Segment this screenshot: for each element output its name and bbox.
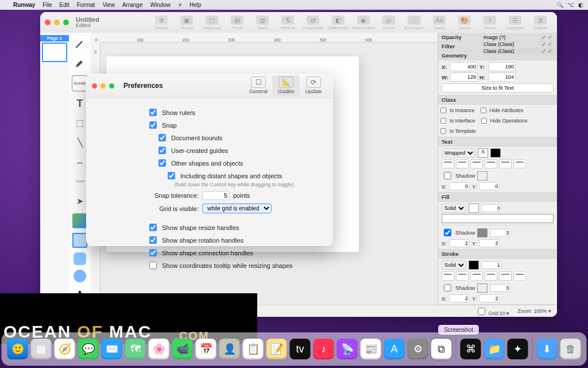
stroke-shadow-x[interactable] [449, 294, 470, 302]
brush-tool-icon[interactable] [72, 56, 87, 71]
prefs-close-icon[interactable] [92, 83, 97, 89]
toolbar-colors[interactable]: 🎨Colors [452, 14, 477, 30]
ellipse-tool-icon[interactable] [74, 270, 86, 282]
page-thumbnail[interactable] [42, 43, 67, 62]
chk-connection-handles[interactable] [149, 249, 157, 256]
image-tool-icon[interactable] [72, 213, 87, 228]
safari-icon[interactable]: 🧭 [55, 339, 75, 359]
contacts-icon[interactable]: 👤 [219, 339, 240, 359]
align-btn[interactable] [470, 159, 483, 168]
chk-coords-tooltip[interactable] [149, 262, 157, 269]
stroke-shadow-y[interactable] [479, 294, 500, 302]
calendar-icon[interactable]: 📅 [196, 339, 216, 359]
window-traffic-lights[interactable] [45, 20, 69, 25]
launchpad-icon[interactable]: ▦ [31, 339, 52, 359]
search-icon[interactable]: 🔍 [556, 2, 563, 8]
close-icon[interactable] [45, 20, 51, 25]
menu-edit[interactable]: Edit [59, 2, 69, 8]
toolbar-difference[interactable]: ◧Difference [326, 14, 350, 30]
chk-user-guides[interactable] [158, 147, 166, 154]
text-shadow-y[interactable] [479, 182, 500, 190]
align-btn[interactable] [442, 159, 454, 168]
chk-rotation-handles[interactable] [149, 236, 157, 244]
toolbar-union[interactable]: ◎Union [377, 14, 401, 30]
prefs-tab-guides[interactable]: 📐Guides [272, 75, 300, 96]
prefs-tab-update[interactable]: ⟳Update [300, 75, 327, 96]
chk-hide-operations[interactable] [481, 118, 487, 124]
siri-icon[interactable]: ◐ [578, 2, 583, 8]
reminders-icon[interactable]: 📋 [243, 339, 264, 359]
messages-icon[interactable]: 💬 [78, 339, 99, 359]
toolbar-group[interactable]: ▣Group [175, 14, 199, 30]
align-btn[interactable] [513, 159, 526, 168]
menu-format[interactable]: Format [77, 2, 95, 8]
chk-hide-attributes[interactable] [481, 108, 486, 113]
chk-show-rulers[interactable] [149, 109, 157, 116]
toolbar-share[interactable]: ⇪Share [478, 14, 502, 30]
pointer-tool-icon[interactable]: ➤ [72, 194, 87, 209]
downloads-icon[interactable]: ⬇ [537, 339, 558, 359]
photos-icon[interactable]: 🌸 [149, 339, 169, 359]
fill-shadow-x[interactable] [449, 239, 470, 247]
arrow-tool-icon[interactable]: ↔ [72, 155, 87, 170]
grid-visible-select[interactable]: while grid is enabled [202, 204, 272, 213]
zoom-icon[interactable] [63, 20, 69, 25]
chk-stroke-shadow[interactable] [444, 284, 451, 292]
page-label[interactable]: Page 1 [40, 35, 69, 41]
mail-icon[interactable]: ✉️ [102, 339, 122, 359]
layer-row[interactable]: Image (?)⤢✓ [481, 34, 555, 41]
chk-is-interface[interactable] [440, 118, 446, 124]
size-to-fit-button[interactable]: Size to fit Text [442, 83, 554, 93]
layer-row[interactable]: Class (Class)⤢✓ [481, 48, 555, 55]
minimize-icon[interactable] [54, 20, 60, 25]
chk-snap[interactable] [149, 121, 157, 129]
stroke-mode-select[interactable]: Solid [442, 260, 466, 270]
finder-icon[interactable]: 🙂 [7, 339, 28, 359]
music-icon[interactable]: ♪ [314, 339, 334, 359]
chk-is-instance[interactable] [440, 108, 446, 113]
rect-tool-icon[interactable] [72, 233, 87, 248]
toolbar-ungroup[interactable]: ▢Ungroup [200, 14, 224, 30]
facetime-icon[interactable]: 📹 [172, 339, 193, 359]
align-btn[interactable] [499, 159, 512, 168]
align-btn[interactable] [456, 159, 469, 168]
maps-icon[interactable]: 🗺 [125, 339, 146, 359]
toolbar-outline[interactable]: ≣Outline [528, 14, 552, 30]
chk-distant-shapes[interactable] [168, 172, 175, 179]
snap-tolerance-input[interactable] [202, 191, 230, 200]
geom-h-input[interactable] [488, 72, 516, 82]
fill-shadow-size[interactable] [490, 229, 510, 237]
chk-resize-handles[interactable] [149, 224, 157, 231]
stroke-shadow-size[interactable] [490, 284, 510, 292]
terminal-icon[interactable]: ⌘ [461, 339, 481, 359]
settings-icon[interactable]: ⚙ [408, 339, 428, 359]
align-btn[interactable] [485, 159, 497, 168]
class-tool[interactable]: CLASS [72, 75, 88, 91]
prefs-minimize-icon[interactable] [100, 83, 106, 89]
roundrect-tool-icon[interactable] [74, 252, 86, 265]
toolbar-back[interactable]: ▥Back [250, 14, 274, 30]
menu-arrange[interactable]: Arrange [122, 2, 143, 8]
curve-tool-icon[interactable]: 〰 [72, 174, 87, 189]
grid-toggle[interactable] [478, 308, 485, 315]
folder-icon[interactable]: 📁 [484, 339, 505, 359]
chk-text-shadow[interactable] [444, 172, 451, 179]
app-name[interactable]: Runway [13, 2, 35, 8]
text-tool-icon[interactable]: T [72, 96, 87, 111]
menu-view[interactable]: View [102, 2, 115, 8]
geom-y-input[interactable] [488, 62, 516, 71]
menu-script-icon[interactable]: ⚡︎ [178, 2, 182, 8]
toolbar-delete[interactable]: ⊘Delete [149, 14, 173, 30]
toolbar-vertical[interactable]: ⇅Vertical [276, 14, 300, 30]
text-shadow-x[interactable] [449, 182, 470, 190]
fill-shadow-y[interactable] [479, 239, 500, 247]
runway-app-icon[interactable]: ✦ [508, 339, 528, 359]
menu-file[interactable]: File [42, 2, 52, 8]
fill-opacity[interactable] [481, 204, 502, 212]
chk-is-template[interactable] [440, 128, 446, 134]
menu-help[interactable]: Help [189, 2, 202, 8]
chk-doc-bounds[interactable] [158, 134, 166, 141]
pen-tool-icon[interactable] [72, 36, 87, 51]
toolbar-inspector[interactable]: ☰Inspector [503, 14, 527, 30]
geom-w-input[interactable] [450, 72, 478, 82]
